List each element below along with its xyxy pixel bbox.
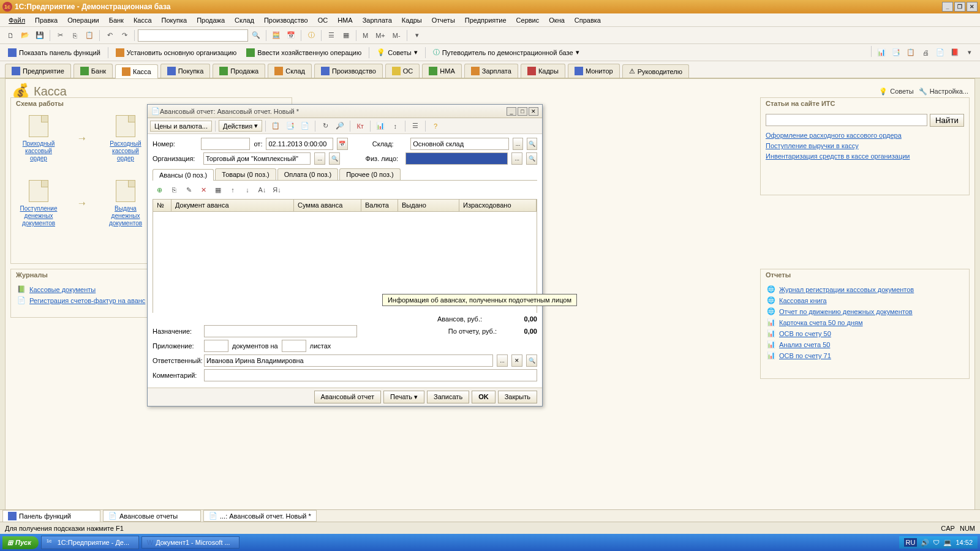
- tb-icon-4[interactable]: ↻: [318, 119, 332, 133]
- paste-icon[interactable]: 📋: [83, 29, 96, 42]
- menu-nma[interactable]: НМА: [333, 15, 357, 25]
- tab-bank[interactable]: Банк: [74, 64, 113, 78]
- menu-windows[interactable]: Окна: [544, 15, 570, 25]
- actions-button[interactable]: Действия ▾: [219, 120, 262, 132]
- menu-file[interactable]: Файл: [4, 15, 30, 25]
- schema-item-outgoing[interactable]: Расходный кассовый ордер: [104, 115, 147, 162]
- tab-nma[interactable]: НМА: [422, 64, 461, 78]
- responsible-input[interactable]: [204, 354, 493, 367]
- show-panel-button[interactable]: Показать панель функций: [4, 46, 105, 59]
- schema-item-receipt[interactable]: Поступление денежных документов: [17, 180, 60, 227]
- list-icon[interactable]: ☰: [325, 29, 338, 42]
- warehouse-input[interactable]: [410, 138, 509, 150]
- tb-icon-6[interactable]: Кт: [353, 119, 367, 133]
- delete-row-icon[interactable]: ✕: [197, 183, 210, 197]
- taskbar-item-word[interactable]: WДокумент1 - Microsoft ...: [141, 536, 239, 549]
- tb-icon-5[interactable]: 🔎: [333, 119, 347, 133]
- dialog-close-button[interactable]: ✕: [529, 107, 538, 116]
- menu-bank[interactable]: Банк: [104, 15, 129, 25]
- calendar-icon[interactable]: 📅: [284, 29, 298, 42]
- tab-advances[interactable]: Авансы (0 поз.): [153, 169, 214, 181]
- save-icon[interactable]: 💾: [33, 29, 47, 42]
- org-search-button[interactable]: 🔍: [329, 152, 340, 165]
- m-plus-icon[interactable]: M+: [372, 29, 388, 42]
- col-spent[interactable]: Израсходовано: [459, 200, 537, 211]
- tb-icon-7[interactable]: 📊: [374, 119, 387, 133]
- tab-payment[interactable]: Оплата (0 поз.): [277, 168, 338, 180]
- search-input[interactable]: [138, 29, 248, 42]
- sheets-count-input[interactable]: [282, 340, 306, 352]
- new-icon[interactable]: 🗋: [4, 29, 17, 42]
- menu-kassa[interactable]: Касса: [129, 15, 157, 25]
- menu-production[interactable]: Производство: [259, 15, 313, 25]
- tb-icon-3[interactable]: 📄: [298, 119, 312, 133]
- ok-button[interactable]: OK: [472, 391, 496, 403]
- responsible-select-button[interactable]: ...: [497, 354, 508, 367]
- guide-button[interactable]: ⓘПутеводитель по демонстрационной базе▾: [429, 46, 584, 59]
- menu-help[interactable]: Справка: [570, 15, 606, 25]
- tb-icon-1[interactable]: 📋: [269, 119, 282, 133]
- start-button[interactable]: ⊞Пуск: [2, 536, 39, 549]
- responsible-search-button[interactable]: 🔍: [526, 354, 537, 367]
- responsible-clear-button[interactable]: ✕: [511, 354, 522, 367]
- person-input[interactable]: [405, 152, 508, 165]
- menu-reports[interactable]: Отчеты: [427, 15, 460, 25]
- tab-staff[interactable]: Кадры: [521, 64, 565, 78]
- its-link[interactable]: Поступление выручки в кассу: [766, 142, 859, 149]
- rt-icon-5[interactable]: 📄: [933, 46, 947, 59]
- col-doc[interactable]: Документ аванса: [172, 200, 294, 211]
- report-item[interactable]: 📊ОСВ по счету 50: [767, 329, 963, 338]
- menu-service[interactable]: Сервис: [511, 15, 545, 25]
- dialog-titlebar[interactable]: 📄 Авансовый отчет: Авансовый отчет. Новы…: [148, 105, 542, 118]
- schema-item-issue[interactable]: Выдача денежных документов: [104, 180, 147, 227]
- menu-enterprise[interactable]: Предприятие: [460, 15, 511, 25]
- clock[interactable]: 14:52: [956, 539, 973, 546]
- report-item[interactable]: 🌐Отчет по движению денежных документов: [767, 307, 963, 316]
- search-icon[interactable]: 🔍: [249, 29, 263, 42]
- set-org-button[interactable]: Установить основную организацию: [111, 46, 241, 59]
- tab-purchase[interactable]: Покупка: [160, 64, 211, 78]
- org-input[interactable]: [203, 152, 311, 165]
- move-up-icon[interactable]: ↑: [226, 183, 239, 197]
- mdi-item-panel[interactable]: Панель функций: [2, 510, 100, 522]
- date-input[interactable]: [266, 138, 333, 150]
- report-item[interactable]: 📊ОСВ по счету 71: [767, 351, 963, 360]
- its-search-input[interactable]: [766, 114, 927, 126]
- calculator-icon[interactable]: 🧮: [270, 29, 283, 42]
- rt-icon-2[interactable]: 📑: [889, 46, 903, 59]
- report-item[interactable]: 🌐Журнал регистрации кассовых документов: [767, 285, 963, 294]
- close-dialog-button[interactable]: Закрыть: [498, 391, 537, 403]
- tb-icon-2[interactable]: 📑: [284, 119, 297, 133]
- col-n[interactable]: №: [153, 200, 172, 211]
- rt-icon-4[interactable]: 🖨: [919, 46, 932, 59]
- copy-row-icon[interactable]: ⎘: [167, 183, 181, 197]
- tab-goods[interactable]: Товары (0 поз.): [215, 168, 276, 180]
- date-picker-button[interactable]: 📅: [337, 138, 347, 150]
- m-icon[interactable]: M: [360, 29, 371, 42]
- m-minus-icon[interactable]: M-: [390, 29, 404, 42]
- system-tray[interactable]: RU 🔊 🛡 💻 14:52: [899, 536, 978, 549]
- rt-icon-3[interactable]: 📋: [904, 46, 918, 59]
- restore-button[interactable]: ❐: [954, 2, 965, 12]
- warehouse-search-button[interactable]: 🔍: [527, 138, 537, 150]
- tab-other[interactable]: Прочее (0 поз.): [339, 168, 400, 180]
- menu-staff[interactable]: Кадры: [397, 15, 427, 25]
- tab-production[interactable]: Производство: [314, 64, 383, 78]
- help-icon[interactable]: ⓘ: [304, 29, 318, 42]
- advance-report-button[interactable]: Авансовый отчет: [314, 391, 381, 403]
- tb-help-icon[interactable]: ?: [429, 119, 442, 133]
- its-link[interactable]: Оформление расходного кассового ордера: [766, 132, 902, 139]
- menu-os[interactable]: ОС: [313, 15, 333, 25]
- report-item[interactable]: 🌐Кассовая книга: [767, 296, 963, 305]
- person-search-button[interactable]: 🔍: [526, 152, 537, 165]
- tab-salary[interactable]: Зарплата: [464, 64, 518, 78]
- comment-input[interactable]: [204, 369, 537, 381]
- advice-link[interactable]: 💡Советы: [879, 88, 913, 96]
- dialog-minimize-button[interactable]: _: [507, 107, 516, 116]
- dropdown-icon[interactable]: ▾: [410, 29, 424, 42]
- docs-count-input[interactable]: [204, 340, 228, 352]
- rt-icon-6[interactable]: 📕: [948, 46, 962, 59]
- menu-purchase[interactable]: Покупка: [157, 15, 192, 25]
- its-link[interactable]: Инвентаризация средств в кассе организац…: [766, 152, 910, 160]
- number-input[interactable]: [201, 138, 250, 150]
